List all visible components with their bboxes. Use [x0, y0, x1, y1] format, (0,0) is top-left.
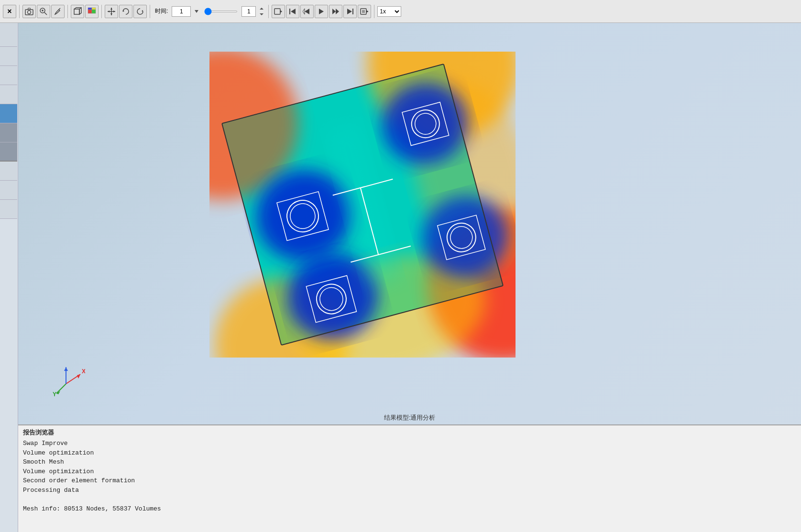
- toolbar-group-transform: [105, 5, 147, 18]
- time-dropdown-icon: [193, 8, 200, 15]
- svg-marker-25: [260, 13, 263, 15]
- left-panel-item-6[interactable]: [0, 123, 17, 142]
- time-label: 时间:: [155, 7, 168, 15]
- svg-rect-26: [274, 9, 280, 14]
- left-panel-item-5-active[interactable]: [0, 104, 17, 123]
- time-input[interactable]: [172, 6, 191, 17]
- close-button[interactable]: ×: [3, 5, 16, 18]
- toolbar-group-view: [22, 5, 65, 18]
- time-slider[interactable]: [204, 11, 238, 12]
- frame-spin-icon: [258, 8, 265, 15]
- left-panel-item-4[interactable]: [0, 85, 17, 104]
- left-panel-item-9[interactable]: [0, 181, 17, 200]
- refresh-button[interactable]: [133, 5, 147, 18]
- svg-marker-20: [113, 11, 115, 12]
- svg-marker-32: [319, 9, 324, 14]
- left-panel-item-3[interactable]: [0, 66, 17, 85]
- svg-marker-34: [336, 9, 339, 14]
- log-line-3: Smooth Mesh: [23, 457, 796, 467]
- move-button[interactable]: [105, 5, 118, 18]
- svg-marker-23: [195, 10, 198, 13]
- frame-input[interactable]: [241, 6, 256, 17]
- log-line-6: Processing data: [23, 486, 796, 495]
- svg-line-3: [44, 12, 47, 15]
- svg-rect-7: [74, 9, 79, 14]
- svg-marker-17: [110, 8, 112, 10]
- color-cube-button[interactable]: [85, 5, 99, 18]
- svg-marker-24: [260, 8, 263, 10]
- svg-marker-8: [79, 8, 81, 14]
- log-line-1: Swap Improve: [23, 439, 796, 448]
- toolbar: ×: [0, 0, 801, 23]
- log-line-5: Second order element formation: [23, 476, 796, 486]
- step-end-button[interactable]: [343, 5, 357, 18]
- step-start-button[interactable]: [286, 5, 299, 18]
- svg-marker-33: [332, 9, 336, 14]
- left-panel-item-1[interactable]: [0, 23, 17, 47]
- svg-rect-14: [92, 8, 96, 10]
- fast-forward-button[interactable]: [329, 5, 342, 18]
- svg-marker-27: [280, 10, 282, 13]
- svg-marker-19: [108, 11, 110, 12]
- log-panel: 报告浏览器 Swap Improve Volume optimization S…: [18, 424, 801, 532]
- svg-marker-36: [347, 9, 352, 14]
- left-panel-item-7[interactable]: [0, 142, 17, 162]
- log-line-8: Mesh info: 80513 Nodes, 55837 Volumes: [23, 504, 796, 514]
- left-panel-item-8[interactable]: [0, 162, 17, 181]
- zoom-button[interactable]: [37, 5, 50, 18]
- svg-marker-31: [303, 9, 305, 14]
- play-button[interactable]: [315, 5, 328, 18]
- left-panel-item-2[interactable]: [0, 47, 17, 66]
- log-line-7: [23, 495, 796, 504]
- svg-marker-39: [366, 10, 368, 13]
- separator-2: [67, 5, 68, 18]
- playback-controls: [272, 5, 371, 18]
- speed-select[interactable]: 0.5x 1x 2x 4x: [377, 6, 401, 17]
- rotate-button[interactable]: [119, 5, 132, 18]
- axis-svg: X Y: [47, 360, 85, 398]
- log-line-4: Volume optimization: [23, 467, 796, 477]
- separator-3: [101, 5, 102, 18]
- record-button[interactable]: [272, 5, 285, 18]
- left-panel-item-10[interactable]: [0, 200, 17, 219]
- viewport-label: 结果模型:通用分析: [384, 413, 436, 422]
- box-button[interactable]: [71, 5, 84, 18]
- svg-rect-11: [88, 10, 92, 13]
- log-line-2: Volume optimization: [23, 448, 796, 458]
- viewport-label-text: 结果模型:通用分析: [384, 414, 436, 421]
- separator-5: [268, 5, 269, 18]
- export-button[interactable]: [358, 5, 371, 18]
- left-panel: [0, 23, 18, 532]
- camera-button[interactable]: [22, 5, 36, 18]
- svg-rect-13: [88, 8, 92, 10]
- svg-line-76: [56, 384, 66, 393]
- axis-indicator: X Y: [47, 360, 85, 398]
- svg-marker-18: [110, 13, 112, 15]
- toolbar-group-geometry: [71, 5, 99, 18]
- fem-visualization: [209, 52, 516, 358]
- prev-button[interactable]: [300, 5, 314, 18]
- paint-button[interactable]: [51, 5, 65, 18]
- fem-svg: [209, 52, 516, 358]
- svg-marker-29: [291, 9, 296, 14]
- separator-6: [374, 5, 374, 18]
- svg-text:Y: Y: [53, 391, 56, 398]
- svg-marker-22: [142, 10, 143, 12]
- separator-1: [19, 5, 20, 18]
- svg-line-6: [59, 8, 60, 10]
- svg-marker-21: [123, 10, 124, 12]
- separator-4: [150, 5, 150, 18]
- fem-plate-group: [209, 52, 516, 358]
- svg-marker-30: [305, 9, 309, 14]
- svg-text:X: X: [82, 368, 85, 375]
- svg-point-1: [28, 11, 31, 14]
- svg-marker-80: [64, 367, 68, 371]
- log-title: 报告浏览器: [23, 428, 796, 437]
- svg-rect-12: [92, 10, 96, 13]
